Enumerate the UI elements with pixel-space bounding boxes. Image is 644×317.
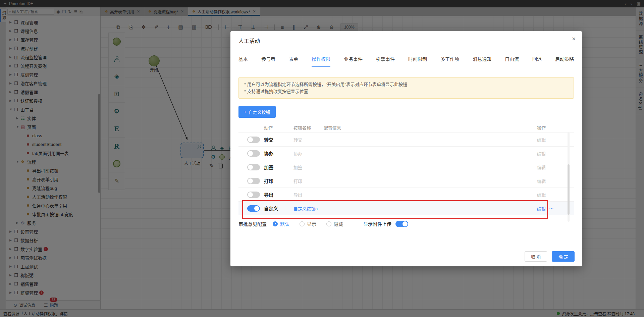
- toggle-custom[interactable]: [247, 205, 260, 212]
- table-header: 动作 按钮名称 配置信息 操作: [238, 122, 574, 133]
- notice-line-1: * 用户可以为流程指定环节选择所需按钮，"开关启用"表示对应环节表单将显示此按钮: [244, 81, 568, 88]
- toggle-attachment-upload[interactable]: [395, 221, 408, 227]
- action-label: 转交: [264, 136, 293, 143]
- row-countersign: 加签 加签 编辑: [238, 160, 574, 174]
- edit-link[interactable]: 编辑: [537, 178, 546, 184]
- close-icon[interactable]: ✕: [572, 36, 576, 42]
- row-transfer: 转交 转交 编辑: [238, 133, 574, 146]
- cancel-button[interactable]: 取 消: [525, 251, 547, 262]
- tab-multi-workitem[interactable]: 多工作项: [440, 55, 459, 67]
- radio-hide[interactable]: 隐藏: [326, 220, 343, 227]
- confirm-button[interactable]: 确 定: [552, 251, 575, 262]
- button-name: 协办: [293, 150, 324, 157]
- header-action: 动作: [264, 124, 293, 131]
- header-config-info: 配置信息: [324, 124, 537, 131]
- button-name: 导出: [293, 192, 324, 198]
- edit-link[interactable]: 编辑: [537, 205, 546, 212]
- tab-form[interactable]: 表单: [289, 55, 298, 67]
- add-custom-button[interactable]: + 自定义按钮: [238, 106, 276, 118]
- tab-operation-permission[interactable]: 操作权限: [312, 55, 330, 67]
- row-assist: 协办 协办 编辑: [238, 146, 574, 160]
- tab-free-flow[interactable]: 自由流: [505, 55, 519, 67]
- dialog-tabs: 基本 参与者 表单 操作权限 业务事件 引擎事件 时间限制 多工作项 消息通知 …: [230, 55, 582, 67]
- more-icon[interactable]: ⋯: [549, 206, 554, 211]
- header-button-name: 按钮名称: [293, 124, 324, 131]
- action-label: 自定义: [264, 205, 293, 212]
- opinion-config-label: 审批意见配置: [238, 220, 267, 227]
- tab-business-events[interactable]: 业务事件: [344, 55, 363, 67]
- radio-label: 默认: [280, 220, 289, 227]
- toggle-export[interactable]: [247, 192, 260, 198]
- radio-label: 显示: [307, 220, 316, 227]
- action-label: 协办: [264, 150, 293, 157]
- edit-link[interactable]: 编辑: [537, 164, 546, 170]
- add-custom-button-label: 自定义按钮: [249, 109, 270, 115]
- opinion-config-row: 审批意见配置 默认 显示 隐藏 显示附件上传: [238, 220, 574, 227]
- radio-dot-icon: [326, 221, 331, 226]
- tab-basic[interactable]: 基本: [238, 55, 248, 67]
- toggle-print[interactable]: [247, 178, 260, 184]
- notice-box: * 用户可以为流程指定环节选择所需按钮，"开关启用"表示对应环节表单将显示此按钮…: [238, 77, 574, 99]
- button-name: 加签: [293, 164, 324, 170]
- action-label: 导出: [264, 191, 293, 198]
- edit-link[interactable]: 编辑: [537, 137, 546, 143]
- toggle-countersign[interactable]: [247, 164, 260, 170]
- plus-icon: +: [244, 109, 247, 114]
- attachment-upload-label: 显示附件上传: [363, 220, 391, 227]
- radio-dot-icon: [273, 221, 278, 226]
- button-name-link[interactable]: 自定义按钮a: [293, 205, 324, 212]
- tab-rollback[interactable]: 回退: [532, 55, 542, 67]
- dialog-title: 人工活动: [230, 31, 582, 45]
- action-label: 加签: [264, 164, 293, 170]
- tab-time-limit[interactable]: 时间限制: [408, 55, 427, 67]
- radio-label: 隐藏: [334, 220, 343, 227]
- app-window: ✦ Primeton-IDE ‹ › ▣ ⌕ ◉ ❒ ↻ ≣ ⎘ ❖ 高开表单引…: [0, 0, 644, 317]
- row-custom: 自定义 自定义按钮a 编辑 ⋯: [238, 201, 574, 215]
- button-name: 打印: [293, 178, 324, 184]
- toggle-transfer[interactable]: [247, 137, 260, 143]
- notice-line-2: * 支持通过拖拽改变按钮显示位置: [244, 88, 568, 95]
- row-print: 打印 打印 编辑: [238, 174, 574, 188]
- radio-dot-icon: [300, 221, 305, 226]
- header-operation: 操作: [537, 124, 574, 131]
- row-export: 导出 导出 编辑: [238, 188, 574, 201]
- tab-participants[interactable]: 参与者: [261, 55, 275, 67]
- table-scrollbar[interactable]: [568, 132, 570, 222]
- toggle-assist[interactable]: [247, 150, 260, 157]
- button-name: 转交: [293, 137, 324, 143]
- radio-show[interactable]: 显示: [300, 220, 316, 227]
- action-label: 打印: [264, 177, 293, 184]
- edit-link[interactable]: 编辑: [537, 150, 546, 157]
- tab-start-strategy[interactable]: 启动策略: [555, 55, 574, 67]
- manual-activity-dialog: 人工活动 ✕ 基本 参与者 表单 操作权限 业务事件 引擎事件 时间限制 多工作…: [230, 31, 582, 266]
- tab-engine-events[interactable]: 引擎事件: [376, 55, 395, 67]
- edit-link[interactable]: 编辑: [537, 192, 546, 198]
- tab-message-notification[interactable]: 消息通知: [473, 55, 491, 67]
- radio-default[interactable]: 默认: [273, 220, 289, 227]
